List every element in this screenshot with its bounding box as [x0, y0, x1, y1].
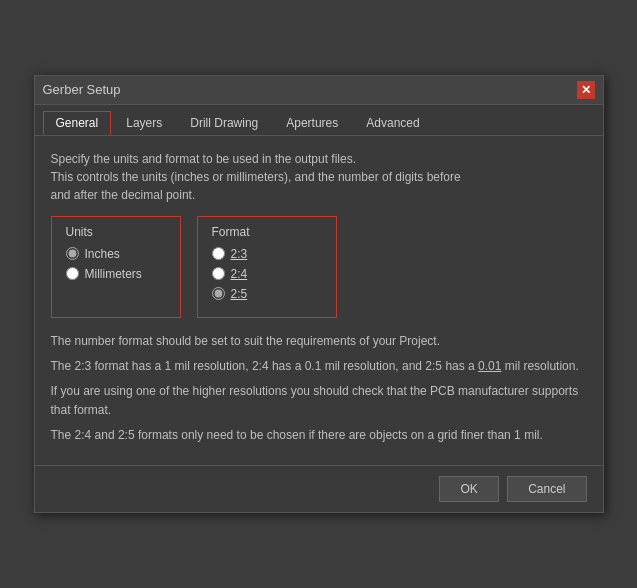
description: Specify the units and format to be used … — [51, 150, 587, 204]
tab-general[interactable]: General — [43, 111, 112, 135]
format-24-radio[interactable] — [212, 267, 225, 280]
close-button[interactable]: ✕ — [577, 81, 595, 99]
settings-row: Units Inches Millimeters Format 2:3 — [51, 216, 587, 318]
units-inches-radio[interactable] — [66, 247, 79, 260]
format-group: Format 2:3 2:4 2:5 — [197, 216, 337, 318]
units-inches-label: Inches — [85, 247, 120, 261]
info-text-3: If you are using one of the higher resol… — [51, 382, 587, 420]
info-text-2: The 2:3 format has a 1 mil resolution, 2… — [51, 357, 587, 376]
bottom-bar: OK Cancel — [35, 465, 603, 512]
tab-layers[interactable]: Layers — [113, 111, 175, 135]
format-23-radio[interactable] — [212, 247, 225, 260]
tab-advanced[interactable]: Advanced — [353, 111, 432, 135]
gerber-setup-dialog: Gerber Setup ✕ General Layers Drill Draw… — [34, 75, 604, 514]
format-group-title: Format — [212, 225, 316, 239]
tab-drill-drawing[interactable]: Drill Drawing — [177, 111, 271, 135]
format-25-option[interactable]: 2:5 — [212, 287, 316, 301]
units-group-title: Units — [66, 225, 166, 239]
tab-apertures[interactable]: Apertures — [273, 111, 351, 135]
title-bar: Gerber Setup ✕ — [35, 76, 603, 105]
info-text-4: The 2:4 and 2:5 formats only need to be … — [51, 426, 587, 445]
main-content: Specify the units and format to be used … — [35, 136, 603, 466]
units-millimeters-radio[interactable] — [66, 267, 79, 280]
units-group: Units Inches Millimeters — [51, 216, 181, 318]
format-25-label: 2:5 — [231, 287, 248, 301]
tab-bar: General Layers Drill Drawing Apertures A… — [35, 105, 603, 136]
format-24-label: 2:4 — [231, 267, 248, 281]
info-text-1: The number format should be set to suit … — [51, 332, 587, 351]
ok-button[interactable]: OK — [439, 476, 499, 502]
format-23-label: 2:3 — [231, 247, 248, 261]
format-25-radio[interactable] — [212, 287, 225, 300]
cancel-button[interactable]: Cancel — [507, 476, 586, 502]
dialog-title: Gerber Setup — [43, 82, 121, 97]
units-millimeters-option[interactable]: Millimeters — [66, 267, 166, 281]
format-24-option[interactable]: 2:4 — [212, 267, 316, 281]
units-inches-option[interactable]: Inches — [66, 247, 166, 261]
format-23-option[interactable]: 2:3 — [212, 247, 316, 261]
units-millimeters-label: Millimeters — [85, 267, 142, 281]
